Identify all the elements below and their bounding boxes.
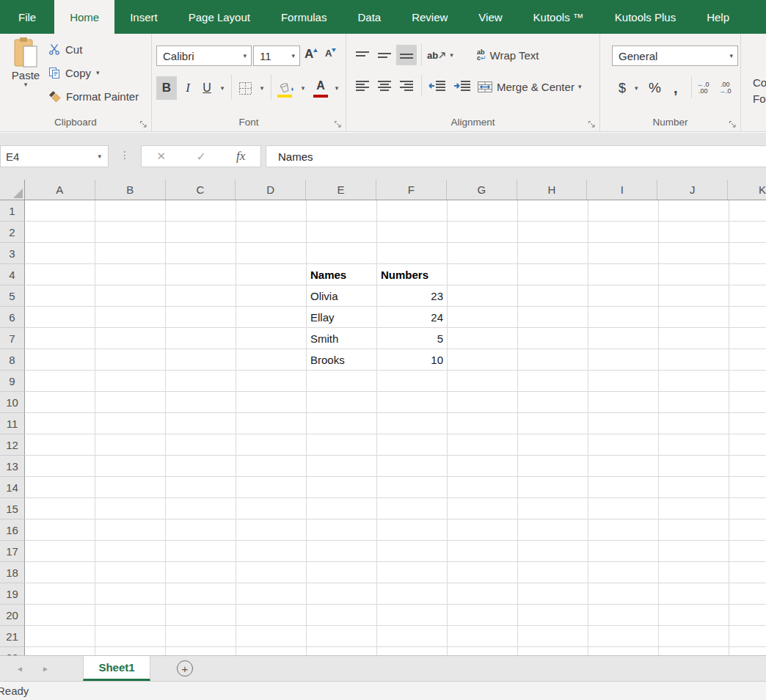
col-header-I[interactable]: I xyxy=(587,180,657,200)
cell-I7[interactable] xyxy=(588,328,659,349)
cell-G9[interactable] xyxy=(448,371,518,392)
cell-A3[interactable] xyxy=(25,243,95,264)
cell-F7[interactable]: 5 xyxy=(377,328,448,349)
cell-H17[interactable] xyxy=(518,541,588,562)
row-header-7[interactable]: 7 xyxy=(0,328,25,349)
cell-J5[interactable] xyxy=(659,285,729,307)
cell-J14[interactable] xyxy=(659,477,729,498)
cell-D21[interactable] xyxy=(236,626,307,647)
cell-E5[interactable]: Olivia xyxy=(307,285,377,307)
name-box[interactable]: E4 ▾ xyxy=(0,145,109,167)
font-name-select[interactable]: Calibri ▾ xyxy=(156,45,252,66)
cell-D18[interactable] xyxy=(236,562,307,583)
cell-E9[interactable] xyxy=(307,371,377,392)
cell-G5[interactable] xyxy=(448,285,518,307)
cell-E12[interactable] xyxy=(307,434,377,456)
cell-F10[interactable] xyxy=(377,392,448,413)
conditional-formatting-partial-line2[interactable]: For xyxy=(753,92,766,105)
cell-C18[interactable] xyxy=(166,562,236,583)
cell-F17[interactable] xyxy=(377,541,448,562)
cell-E3[interactable] xyxy=(307,243,377,264)
cell-H2[interactable] xyxy=(518,222,588,243)
cell-A5[interactable] xyxy=(25,285,95,307)
cell-A12[interactable] xyxy=(25,434,95,456)
cell-E7[interactable]: Smith xyxy=(307,328,377,349)
cell-E1[interactable] xyxy=(307,200,377,222)
cell-A14[interactable] xyxy=(25,477,95,498)
cell-I5[interactable] xyxy=(588,285,659,307)
cell-H21[interactable] xyxy=(518,626,588,647)
cell-F12[interactable] xyxy=(377,434,448,456)
cell-K5[interactable] xyxy=(729,285,766,307)
decrease-decimal-button[interactable]: .00 →.0 xyxy=(719,76,732,100)
cell-I4[interactable] xyxy=(588,264,659,285)
paste-dropdown-caret[interactable]: ▾ xyxy=(24,81,28,88)
cell-E11[interactable] xyxy=(307,413,377,434)
row-header-2[interactable]: 2 xyxy=(0,222,25,243)
ribbon-tab-kutools-plus[interactable]: Kutools Plus xyxy=(599,0,691,34)
cut-button[interactable]: Cut xyxy=(48,40,82,59)
cell-E20[interactable] xyxy=(307,605,377,626)
cell-D16[interactable] xyxy=(236,519,307,541)
cell-C8[interactable] xyxy=(166,349,236,371)
cell-J8[interactable] xyxy=(659,349,729,371)
cancel-icon[interactable]: ✕ xyxy=(157,150,167,163)
row-header-9[interactable]: 9 xyxy=(0,371,25,392)
col-header-F[interactable]: F xyxy=(376,180,447,200)
cell-B5[interactable] xyxy=(95,285,166,307)
cell-D14[interactable] xyxy=(236,477,307,498)
cell-F4[interactable]: Numbers xyxy=(377,264,448,285)
ribbon-tab-data[interactable]: Data xyxy=(342,0,396,34)
cell-C1[interactable] xyxy=(166,200,236,222)
align-middle-button[interactable] xyxy=(374,45,395,65)
cell-D8[interactable] xyxy=(236,349,307,371)
cell-C16[interactable] xyxy=(166,519,236,541)
cell-I11[interactable] xyxy=(588,413,659,434)
cell-J3[interactable] xyxy=(659,243,729,264)
cell-C5[interactable] xyxy=(166,285,236,307)
cell-C6[interactable] xyxy=(166,307,236,328)
cell-E18[interactable] xyxy=(307,562,377,583)
conditional-formatting-partial-line1[interactable]: Co xyxy=(753,76,766,89)
cell-J15[interactable] xyxy=(659,498,729,519)
cell-K20[interactable] xyxy=(729,605,766,626)
cell-K2[interactable] xyxy=(729,222,766,243)
cell-I20[interactable] xyxy=(588,605,659,626)
cell-J12[interactable] xyxy=(659,434,729,456)
col-header-B[interactable]: B xyxy=(95,180,166,200)
cell-H7[interactable] xyxy=(518,328,588,349)
alignment-dialog-launcher-icon[interactable] xyxy=(588,118,597,127)
comma-style-button[interactable]: , xyxy=(674,76,678,100)
cell-F5[interactable]: 23 xyxy=(377,285,448,307)
cell-I15[interactable] xyxy=(588,498,659,519)
cell-B22[interactable] xyxy=(95,647,166,655)
cell-K17[interactable] xyxy=(729,541,766,562)
italic-button[interactable]: I xyxy=(180,76,196,100)
cell-I17[interactable] xyxy=(588,541,659,562)
cell-D9[interactable] xyxy=(236,371,307,392)
cell-B17[interactable] xyxy=(95,541,166,562)
cell-D10[interactable] xyxy=(236,392,307,413)
cell-A16[interactable] xyxy=(25,519,95,541)
cell-I19[interactable] xyxy=(588,583,659,605)
cell-K13[interactable] xyxy=(729,456,766,477)
cell-A13[interactable] xyxy=(25,456,95,477)
currency-format-button[interactable]: $ xyxy=(619,76,626,100)
cell-A18[interactable] xyxy=(25,562,95,583)
cell-C7[interactable] xyxy=(166,328,236,349)
cell-G7[interactable] xyxy=(448,328,518,349)
underline-button[interactable]: U xyxy=(197,76,216,100)
cell-G15[interactable] xyxy=(448,498,518,519)
cell-C15[interactable] xyxy=(166,498,236,519)
ribbon-tab-file[interactable]: File xyxy=(0,0,54,34)
fill-color-button[interactable] xyxy=(275,76,297,100)
cell-K19[interactable] xyxy=(729,583,766,605)
row-header-22[interactable]: 22 xyxy=(0,647,25,655)
ribbon-tab-help[interactable]: Help xyxy=(691,0,745,34)
cell-J2[interactable] xyxy=(659,222,729,243)
cell-A10[interactable] xyxy=(25,392,95,413)
cell-F6[interactable]: 24 xyxy=(377,307,448,328)
cell-E8[interactable]: Brooks xyxy=(307,349,377,371)
cell-K4[interactable] xyxy=(729,264,766,285)
number-dialog-launcher-icon[interactable] xyxy=(729,118,737,127)
